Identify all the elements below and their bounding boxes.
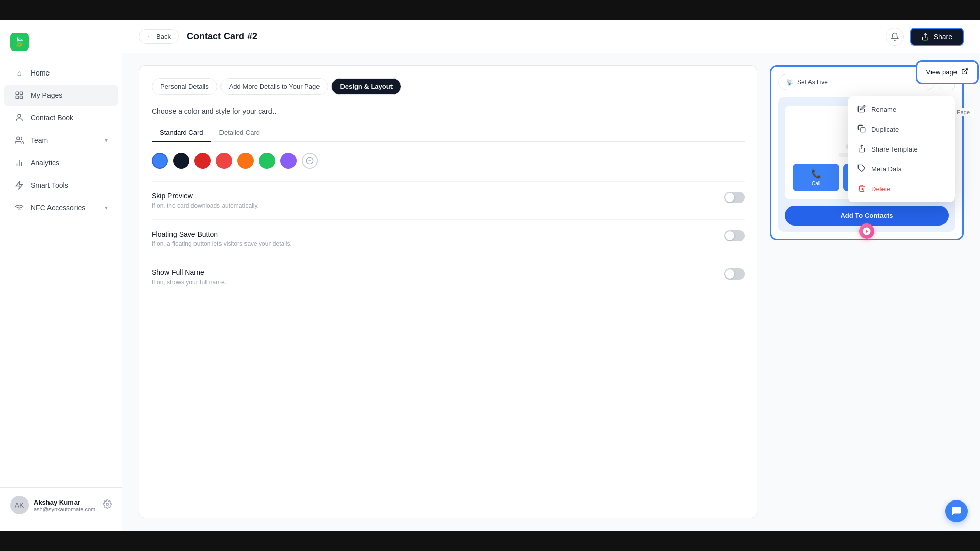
header-right: Share [886,28,964,46]
back-label: Back [156,33,171,40]
color-swatch-custom[interactable] [302,153,318,169]
tab-detailed-card[interactable]: Detailed Card [211,123,268,142]
toggle-skip-preview: Skip Preview If on, the card downloads a… [152,182,745,220]
sidebar-nav: ⌂ Home My Pages Contact Book Team [0,61,122,487]
user-email: ash@synxautomate.com [34,506,97,512]
color-swatch-crimson[interactable] [194,153,211,169]
sidebar-item-label: My Pages [31,91,62,99]
bottom-bar [0,531,980,551]
rename-icon [857,105,866,114]
svg-point-4 [18,114,21,117]
tab-add-more-details[interactable]: Add More Details to Your Page [220,78,329,95]
external-link-icon [961,68,968,77]
share-template-icon [857,144,866,154]
color-swatch-red[interactable] [216,153,232,169]
toggle-skip-preview-desc: If on, the card downloads automatically. [152,202,259,209]
preview-card-wrapper: 📡 Set As Live ··· Rename [770,65,964,240]
share-button[interactable]: Share [910,28,964,46]
sidebar-item-nfc-accessories[interactable]: NFC Accessories ▾ [4,197,118,218]
color-swatch-blue[interactable] [152,153,168,169]
svg-rect-3 [20,96,23,99]
set-live-label: Set As Live [797,79,828,86]
settings-icon[interactable] [103,499,112,511]
dropdown-rename-label: Rename [871,106,896,113]
chat-button[interactable] [945,500,968,522]
svg-rect-2 [16,96,18,99]
sidebar-logo: 🍃 [0,29,122,61]
sidebar-item-team[interactable]: Team ▾ [4,130,118,151]
color-swatch-purple[interactable] [280,153,297,169]
toggle-floating-save: Floating Save Button If on, a floating b… [152,220,745,258]
toggle-floating-save-input[interactable] [724,230,745,241]
share-label: Share [934,33,952,41]
tab-standard-card[interactable]: Standard Card [152,123,211,142]
toggle-floating-save-desc: If on, a floating button lets visitors s… [152,240,292,247]
main-content: ← Back Contact Card #2 Share [122,20,980,531]
color-swatch-orange[interactable] [237,153,254,169]
toggle-floating-save-label: Floating Save Button [152,230,292,238]
svg-rect-15 [861,128,865,132]
dropdown-item-duplicate[interactable]: Duplicate [851,119,952,139]
team-icon [14,135,24,145]
dropdown-menu: Rename Duplicate Share Tem [848,96,955,202]
preview-panel: 📡 Set As Live ··· Rename [770,65,964,518]
smart-tools-icon [14,180,24,190]
sidebar-item-label: Smart Tools [31,181,68,189]
sidebar-footer: AK Akshay Kumar ash@synxautomate.com [0,487,122,522]
back-button[interactable]: ← Back [139,29,179,44]
svg-point-11 [106,503,109,506]
svg-rect-1 [20,92,23,94]
color-swatch-black[interactable] [173,153,189,169]
dropdown-share-template-label: Share Template [871,145,918,153]
contact-book-icon [14,113,24,123]
color-swatch-green[interactable] [259,153,275,169]
sidebar-item-smart-tools[interactable]: Smart Tools [4,174,118,196]
sidebar-item-home[interactable]: ⌂ Home [4,62,118,84]
card-type-tabs: Standard Card Detailed Card [152,123,745,142]
header-left: ← Back Contact Card #2 [139,29,257,44]
sidebar-item-analytics[interactable]: Analytics [4,152,118,173]
svg-marker-9 [16,182,23,189]
preview-call-button[interactable]: 📞 Call [793,164,839,191]
svg-point-5 [17,137,20,140]
sidebar-item-label: Team [31,136,48,144]
toggle-show-full-name-label: Show Full Name [152,268,226,277]
toggle-show-full-name: Show Full Name If on, shows your full na… [152,258,745,296]
user-avatar: AK [10,496,29,514]
user-name: Akshay Kumar [34,498,97,506]
tab-bar: Personal Details Add More Details to You… [152,78,745,95]
set-live-button[interactable]: 📡 Set As Live [778,74,935,90]
meta-data-icon [857,164,866,174]
notification-button[interactable] [886,28,904,46]
home-icon: ⌂ [14,68,24,78]
tab-personal-details[interactable]: Personal Details [152,78,217,95]
sidebar-item-label: NFC Accessories [31,204,85,212]
sidebar-item-label: Contact Book [31,114,74,122]
svg-line-18 [964,69,967,72]
app-logo: 🍃 [10,33,29,51]
broadcast-icon: 📡 [786,79,793,86]
sidebar-item-my-pages[interactable]: My Pages [4,85,118,106]
analytics-icon [14,158,24,168]
dropdown-meta-data-label: Meta Data [871,165,902,173]
call-label: Call [812,181,820,186]
add-to-contacts-button[interactable]: Add To Contacts [785,206,949,226]
sidebar-item-label: Home [31,69,50,77]
top-bar [0,0,980,20]
toggle-show-full-name-input[interactable] [724,268,745,280]
duplicate-icon [857,124,866,134]
dropdown-item-share-template[interactable]: Share Template [851,139,952,159]
design-panel: Personal Details Add More Details to You… [139,65,757,518]
svg-rect-0 [16,92,18,94]
sidebar-item-contact-book[interactable]: Contact Book [4,107,118,129]
view-page-button[interactable]: View page [916,60,979,84]
dropdown-item-delete[interactable]: Delete [851,179,952,199]
tab-design-layout[interactable]: Design & Layout [331,78,401,95]
pages-icon [14,90,24,101]
color-section-title: Choose a color and style for your card.. [152,107,745,115]
dropdown-item-rename[interactable]: Rename [851,99,952,119]
dropdown-item-meta-data[interactable]: Meta Data [851,159,952,179]
toggle-skip-preview-label: Skip Preview [152,192,259,200]
toggle-skip-preview-input[interactable] [724,192,745,203]
page-header: ← Back Contact Card #2 Share [122,20,980,53]
